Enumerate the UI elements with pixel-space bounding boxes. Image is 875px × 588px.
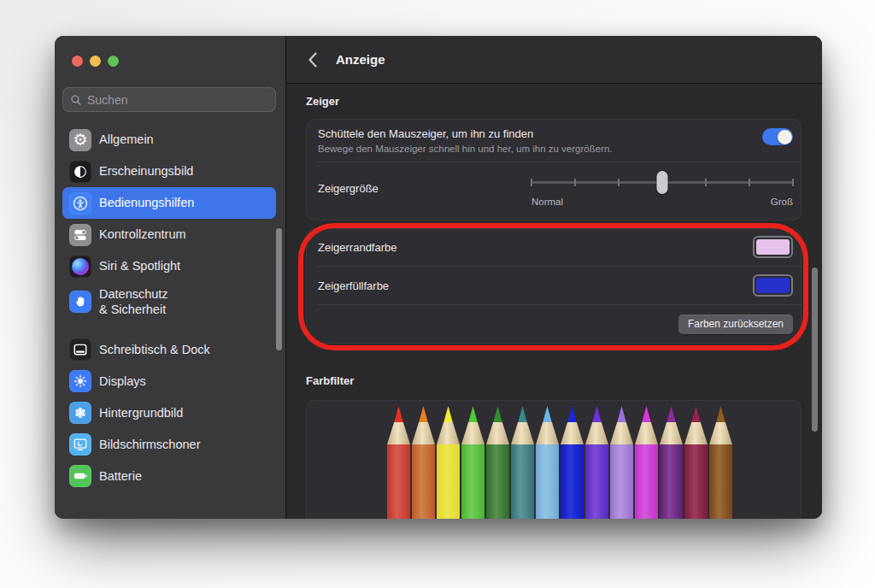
control-center-icon <box>69 224 91 246</box>
desktop-background: Suchen ⚙AllgemeinErscheinungsbildBedienu… <box>0 0 875 588</box>
chevron-left-icon <box>308 52 318 68</box>
appearance-icon <box>69 161 91 183</box>
toggle-knob <box>778 130 792 144</box>
system-settings-window: Suchen ⚙AllgemeinErscheinungsbildBedienu… <box>55 36 822 519</box>
pointer-outline-swatch-fill <box>756 239 790 255</box>
screensaver-icon <box>69 433 91 456</box>
reset-colors-row: Farben zurücksetzen <box>306 305 802 344</box>
sidebar-item-label: Siri & Spotlight <box>99 258 180 273</box>
content-scroll-area: Zeiger Schüttele den Mauszeiger, um ihn … <box>286 84 822 519</box>
pencil-green <box>486 406 509 519</box>
pencil-lavender <box>610 406 633 519</box>
back-button[interactable] <box>303 50 322 69</box>
sidebar-item-label: Kontrollzentrum <box>99 226 186 242</box>
sidebar-item-erscheinungsbild[interactable]: Erscheinungsbild <box>62 156 276 187</box>
pencil-dark-purple <box>660 406 683 519</box>
sidebar-item-hintergrundbild[interactable]: Hintergrundbild <box>62 397 276 428</box>
shake-pointer-row: Schüttele den Mauszeiger, um ihn zu find… <box>306 119 802 162</box>
section-title-zeiger: Zeiger <box>306 95 339 108</box>
slider-tick <box>705 179 707 186</box>
content-pane: Anzeige Zeiger Schüttele den Mauszeiger,… <box>286 36 822 519</box>
siri-icon <box>69 256 91 278</box>
pointer-fill-swatch-fill <box>756 278 790 293</box>
battery-icon <box>69 465 91 487</box>
sidebar-item-label: Schreibtisch & Dock <box>99 342 210 357</box>
sidebar-item-datenschutz-sicherheit[interactable]: Datenschutz & Sicherheit <box>62 282 276 321</box>
reset-colors-button[interactable]: Farben zurücksetzen <box>678 315 793 333</box>
pointer-fill-color-well[interactable] <box>753 274 793 297</box>
minimize-button[interactable] <box>90 56 101 67</box>
content-header: Anzeige <box>286 36 822 84</box>
slider-tick <box>618 179 620 186</box>
sidebar-nav: ⚙AllgemeinErscheinungsbildBedienungshilf… <box>62 124 276 491</box>
sidebar-item-bildschirmschoner[interactable]: Bildschirmschoner <box>62 428 276 460</box>
pencil-light-green <box>461 406 484 519</box>
pointer-fill-color-row: Zeigerfüllfarbe <box>306 267 802 304</box>
slider-min-label: Normal <box>531 197 563 207</box>
sidebar-item-label: Bildschirmschoner <box>99 437 200 452</box>
slider-tick <box>531 179 532 186</box>
sidebar-item-bedienungshilfen[interactable]: Bedienungshilfen <box>62 187 276 219</box>
slider-tick <box>792 179 794 186</box>
gear-icon: ⚙ <box>69 129 91 151</box>
accessibility-icon <box>69 192 91 215</box>
sidebar-scrollbar[interactable] <box>276 228 282 350</box>
sidebar-item-label: Datenschutz & Sicherheit <box>99 286 168 317</box>
section-title-farbfilter: Farbfilter <box>306 374 354 387</box>
pointer-size-label: Zeigergröße <box>318 182 531 195</box>
sidebar-item-batterie[interactable]: Batterie <box>62 460 276 491</box>
desktop-dock-icon <box>69 338 91 361</box>
pencil-magenta <box>635 406 658 519</box>
shake-pointer-description: Bewege den Mauszeiger schnell hin und he… <box>318 144 762 154</box>
slider-max-label: Groß <box>771 197 793 207</box>
pointer-fill-color-label: Zeigerfüllfarbe <box>318 279 753 292</box>
shake-pointer-toggle[interactable] <box>762 128 793 145</box>
sidebar-item-label: Erscheinungsbild <box>99 163 193 179</box>
slider-rail[interactable] <box>531 171 793 194</box>
traffic-lights <box>72 56 119 67</box>
pencil-blue <box>561 406 584 519</box>
close-button[interactable] <box>72 56 83 67</box>
pencil-light-blue <box>536 406 559 519</box>
pointer-size-row: Zeigergröße Normal Groß <box>306 162 802 215</box>
slider-thumb[interactable] <box>657 171 668 194</box>
sidebar-item-label: Bedienungshilfen <box>99 195 194 210</box>
slider-tick <box>574 179 576 186</box>
search-placeholder: Suchen <box>87 93 127 107</box>
pencil-red <box>387 406 410 519</box>
sidebar-item-label: Hintergrundbild <box>99 405 183 420</box>
farbfilter-card <box>306 400 802 519</box>
hand-icon <box>69 291 91 313</box>
pointer-size-slider[interactable]: Normal Groß <box>531 171 793 207</box>
slider-tick <box>749 179 750 186</box>
pencil-brown <box>709 406 732 519</box>
pointer-outline-color-row: Zeigerrandfarbe <box>306 228 802 266</box>
sidebar-item-siri-spotlight[interactable]: Siri & Spotlight <box>62 250 276 282</box>
shake-pointer-label: Schüttele den Mauszeiger, um ihn zu find… <box>318 127 762 140</box>
sidebar-item-schreibtisch-dock[interactable]: Schreibtisch & Dock <box>62 333 276 365</box>
sidebar-item-kontrollzentrum[interactable]: Kontrollzentrum <box>62 219 276 250</box>
search-icon <box>70 94 82 106</box>
page-title: Anzeige <box>336 52 385 67</box>
sidebar-item-label: Batterie <box>99 468 142 484</box>
content-scrollbar[interactable] <box>812 268 818 432</box>
pencil-teal <box>511 406 534 519</box>
sidebar-item-label: Allgemein <box>99 132 154 147</box>
wallpaper-icon <box>69 402 91 424</box>
search-input[interactable]: Suchen <box>62 87 276 112</box>
sidebar: Suchen ⚙AllgemeinErscheinungsbildBedienu… <box>55 36 286 519</box>
sidebar-item-allgemein[interactable]: ⚙Allgemein <box>62 124 276 156</box>
zeiger-settings-card: Schüttele den Mauszeiger, um ihn zu find… <box>306 119 802 220</box>
pointer-colors-card: Zeigerrandfarbe Zeigerfüllfarbe <box>306 228 802 344</box>
pointer-outline-color-label: Zeigerrandfarbe <box>318 241 753 254</box>
sun-icon <box>69 370 91 392</box>
pencil-yellow <box>437 406 460 519</box>
sidebar-item-displays[interactable]: Displays <box>62 365 276 397</box>
pencil-orange <box>412 406 435 519</box>
zoom-button[interactable] <box>108 56 119 67</box>
sidebar-item-label: Displays <box>99 373 146 389</box>
colored-pencils-image <box>387 406 732 519</box>
pencil-maroon <box>684 406 708 519</box>
pencil-violet <box>585 406 608 519</box>
pointer-outline-color-well[interactable] <box>753 236 793 258</box>
